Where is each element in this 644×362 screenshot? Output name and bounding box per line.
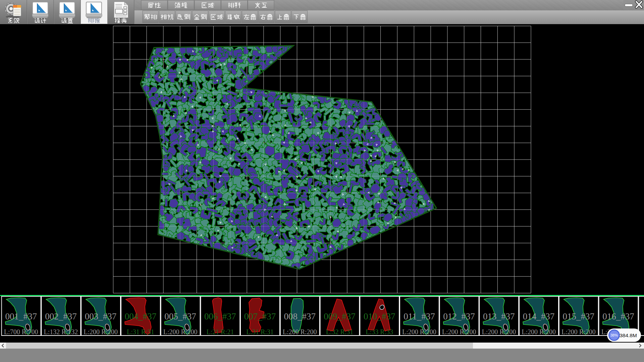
svg-text:L:21 R:21: L:21 R:21 [206,328,234,336]
svg-text:L:700 R:700: L:700 R:700 [4,328,38,336]
svg-text:011_#37: 011_#37 [404,311,435,321]
svg-text:012_#37: 012_#37 [443,311,475,321]
svg-text:016_#37: 016_#37 [602,311,634,321]
svg-text:003_#37: 003_#37 [85,311,117,321]
svg-text:L:33 R:33: L:33 R:33 [366,328,393,336]
svg-text:L:200 R:200: L:200 R:200 [283,328,317,336]
svg-text:013_#37: 013_#37 [483,311,515,321]
svg-text:L:200 R:200: L:200 R:200 [84,328,118,336]
svg-text:L:132 R:132: L:132 R:132 [44,328,78,336]
svg-text:005_#37: 005_#37 [164,311,196,321]
svg-text:004_#37: 004_#37 [125,311,157,321]
svg-text:007_#37: 007_#37 [244,311,276,321]
svg-text:L:31 R:31: L:31 R:31 [246,328,274,336]
svg-text:001_#37: 001_#37 [5,311,37,321]
svg-text:384.8M: 384.8M [620,333,637,338]
svg-text:38%: 38% [610,333,618,337]
svg-text:008_#37: 008_#37 [284,311,316,321]
svg-text:L:200 R:200: L:200 R:200 [482,328,516,336]
svg-text:L:32 R:31: L:32 R:31 [326,328,354,336]
svg-text:006_#37: 006_#37 [204,311,236,321]
svg-text:002_#37: 002_#37 [45,311,77,321]
svg-text:L:200 R:200: L:200 R:200 [402,328,436,336]
svg-text:009_#37: 009_#37 [324,311,356,321]
svg-text:L:200 R:200: L:200 R:200 [522,328,556,336]
svg-text:015_#37: 015_#37 [563,311,595,321]
svg-text:014_#37: 014_#37 [523,311,555,321]
svg-text:L:200 R:200: L:200 R:200 [561,328,596,336]
svg-text:L:200 R:200: L:200 R:200 [442,328,476,336]
svg-text:L:200 R:200: L:200 R:200 [163,328,198,336]
svg-text:L:31 R:31: L:31 R:31 [127,328,154,336]
svg-text:010_#37: 010_#37 [364,311,395,321]
